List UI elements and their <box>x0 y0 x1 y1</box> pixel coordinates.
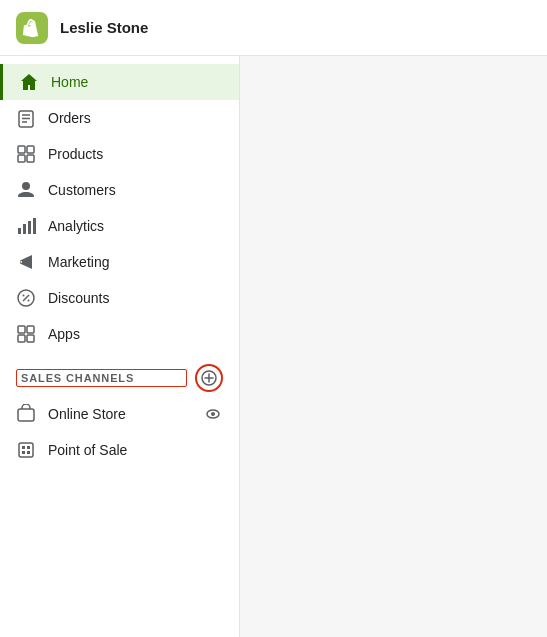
svg-rect-3 <box>18 155 25 162</box>
sidebar-item-point-of-sale[interactable]: Point of Sale <box>0 432 239 468</box>
content-area <box>240 56 547 637</box>
svg-point-22 <box>211 412 215 416</box>
add-sales-channel-button[interactable] <box>195 364 223 392</box>
sidebar-item-apps[interactable]: Apps <box>0 316 239 352</box>
svg-rect-24 <box>22 446 25 449</box>
sidebar-item-marketing[interactable]: Marketing <box>0 244 239 280</box>
sidebar-item-marketing-label: Marketing <box>48 254 223 270</box>
products-icon <box>16 144 36 164</box>
apps-icon <box>16 324 36 344</box>
svg-rect-26 <box>22 451 25 454</box>
main-layout: Home Orders <box>0 56 547 637</box>
sidebar-item-products[interactable]: Products <box>0 136 239 172</box>
point-of-sale-icon <box>16 440 36 460</box>
sidebar-item-customers-label: Customers <box>48 182 223 198</box>
marketing-icon <box>16 252 36 272</box>
sidebar-item-products-label: Products <box>48 146 223 162</box>
svg-rect-14 <box>27 326 34 333</box>
svg-rect-6 <box>23 224 26 234</box>
orders-icon <box>16 108 36 128</box>
sales-channels-label: SALES CHANNELS <box>16 369 187 387</box>
svg-rect-27 <box>27 451 30 454</box>
shopify-logo <box>16 12 48 44</box>
sidebar-item-discounts-label: Discounts <box>48 290 223 306</box>
discounts-icon <box>16 288 36 308</box>
svg-point-12 <box>28 300 30 302</box>
sidebar-item-home[interactable]: Home <box>0 64 239 100</box>
svg-rect-1 <box>18 146 25 153</box>
home-icon <box>19 72 39 92</box>
top-bar: Leslie Stone <box>0 0 547 56</box>
sidebar-item-apps-label: Apps <box>48 326 223 342</box>
svg-rect-13 <box>18 326 25 333</box>
svg-rect-5 <box>18 228 21 234</box>
store-name: Leslie Stone <box>60 19 148 36</box>
sidebar-item-online-store-label: Online Store <box>48 406 191 422</box>
svg-rect-4 <box>27 155 34 162</box>
eye-icon[interactable] <box>203 404 223 424</box>
svg-rect-8 <box>33 218 36 234</box>
online-store-icon <box>16 404 36 424</box>
svg-rect-16 <box>27 335 34 342</box>
svg-rect-20 <box>18 409 34 421</box>
sidebar: Home Orders <box>0 56 240 637</box>
customers-icon <box>16 180 36 200</box>
sales-channels-header: SALES CHANNELS <box>0 352 239 396</box>
svg-rect-15 <box>18 335 25 342</box>
sidebar-item-online-store[interactable]: Online Store <box>0 396 239 432</box>
sidebar-item-orders[interactable]: Orders <box>0 100 239 136</box>
sidebar-item-orders-label: Orders <box>48 110 223 126</box>
analytics-icon <box>16 216 36 236</box>
sidebar-item-analytics[interactable]: Analytics <box>0 208 239 244</box>
sidebar-item-analytics-label: Analytics <box>48 218 223 234</box>
sidebar-item-point-of-sale-label: Point of Sale <box>48 442 223 458</box>
svg-rect-23 <box>19 443 33 457</box>
svg-rect-25 <box>27 446 30 449</box>
sidebar-item-customers[interactable]: Customers <box>0 172 239 208</box>
sidebar-item-discounts[interactable]: Discounts <box>0 280 239 316</box>
svg-point-11 <box>23 295 25 297</box>
sidebar-item-home-label: Home <box>51 74 223 90</box>
svg-rect-2 <box>27 146 34 153</box>
svg-rect-7 <box>28 221 31 234</box>
